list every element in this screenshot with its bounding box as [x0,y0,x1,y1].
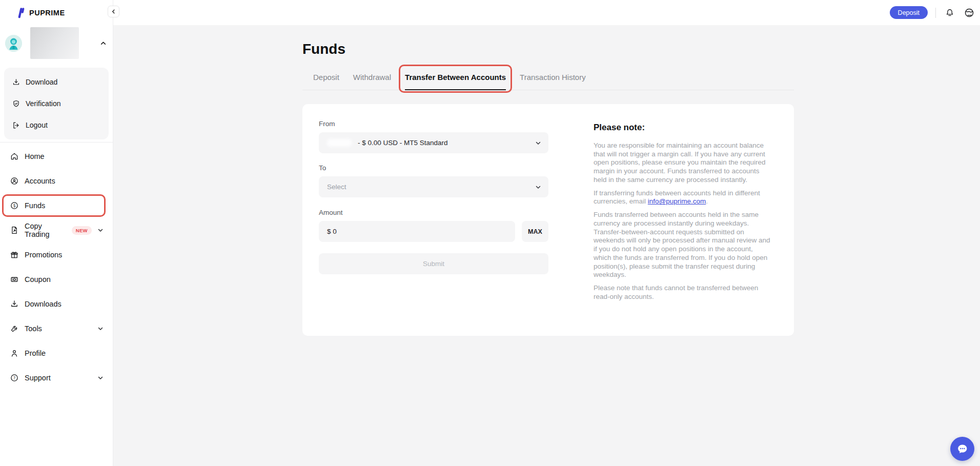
from-select[interactable]: - $ 0.00 USD - MT5 Standard [319,132,548,153]
sidebar-item-label: Promotions [25,251,62,259]
to-label: To [319,164,548,172]
sidebar-item-support[interactable]: ? Support [0,366,113,390]
note-paragraph: You are responsible for maintaining an a… [594,141,770,185]
language-button[interactable] [964,7,975,18]
sidebar-item-accounts[interactable]: Accounts [0,169,113,193]
amount-row: MAX [319,221,548,242]
chevron-down-icon [535,184,541,190]
chevron-down-icon [97,326,104,332]
svg-text:$: $ [13,203,15,208]
note-title: Please note: [594,123,770,133]
transfer-form: From - $ 0.00 USD - MT5 Standard To Sele… [319,120,548,315]
transfer-card: From - $ 0.00 USD - MT5 Standard To Sele… [302,104,794,336]
sidebar-item-tools[interactable]: Tools [0,316,113,341]
sidebar-item-label: Coupon [25,275,51,283]
download-icon [12,78,21,87]
note-text: . [706,197,708,205]
redacted-username [30,27,79,59]
chevron-up-icon [100,40,107,47]
brand-logo[interactable]: PUPRIME [0,0,113,18]
profile-icon [10,349,19,358]
sidebar-item-label: Tools [25,325,42,333]
copy-trading-icon [10,226,19,235]
sidebar-item-home[interactable]: Home [0,144,113,169]
tab-transfer-between-accounts[interactable]: Transfer Between Accounts [405,73,506,90]
sidebar-item-profile[interactable]: Profile [0,341,113,366]
sidebar-item-label: Funds [25,201,45,210]
promotions-icon [10,250,19,259]
support-email-link[interactable]: info@puprime.com [648,197,706,205]
brand-name: PUPRIME [29,9,65,17]
coupon-icon [10,275,19,284]
tab-deposit[interactable]: Deposit [313,73,339,90]
account-menu: Download Verification Logout [4,68,109,139]
chevron-down-icon [97,375,104,381]
sidebar-item-label: Profile [25,349,46,357]
from-select-value: - $ 0.00 USD - MT5 Standard [358,139,448,147]
menu-item-label: Verification [26,99,60,108]
sidebar: PUPRIME Download Verif [0,0,113,466]
new-badge: NEW [72,226,92,235]
tabs: Deposit Withdrawal Transfer Between Acco… [302,73,794,90]
sidebar-item-promotions[interactable]: Promotions [0,242,113,267]
live-chat-button[interactable] [950,437,974,461]
globe-icon [964,7,975,18]
sidebar-item-label: Support [25,374,51,382]
sidebar-nav: Home Accounts $ Funds Copy Trading NEW [0,144,113,390]
shield-check-icon [12,99,21,108]
sidebar-item-funds[interactable]: $ Funds [0,193,113,218]
notifications-button[interactable] [945,8,955,18]
amount-label: Amount [319,209,548,216]
sidebar-item-copy-trading[interactable]: Copy Trading NEW [0,218,113,242]
chevron-down-icon [97,227,104,233]
svg-text:?: ? [13,376,15,380]
menu-item-label: Logout [26,121,48,129]
puprime-logo-icon [15,7,26,18]
menu-item-verification[interactable]: Verification [4,93,109,114]
page-title: Funds [302,41,980,57]
content: Funds Deposit Withdrawal Transfer Betwee… [113,41,980,336]
tools-icon [10,324,19,333]
profile-row[interactable] [5,27,107,59]
tab-withdrawal[interactable]: Withdrawal [353,73,391,90]
sidebar-item-label: Accounts [25,177,55,185]
downloads-icon [10,299,19,309]
from-label: From [319,120,548,128]
home-icon [10,152,19,161]
logout-icon [12,121,21,130]
sidebar-item-label: Copy Trading [25,222,63,238]
chevron-down-icon [535,140,541,146]
support-icon: ? [10,373,19,382]
note-paragraph: Funds transferred between accounts held … [594,211,770,279]
deposit-button[interactable]: Deposit [890,6,928,19]
sidebar-collapse-button[interactable] [108,6,119,17]
submit-button[interactable]: Submit [319,253,548,274]
avatar [5,35,22,52]
menu-item-label: Download [26,78,57,86]
tab-label: Transfer Between Accounts [405,73,506,82]
tab-transaction-history[interactable]: Transaction History [520,73,586,90]
note-paragraph: Please note that funds cannot be transfe… [594,284,770,301]
max-button[interactable]: MAX [522,221,548,242]
redacted-account-number [327,139,352,147]
amount-input[interactable] [319,221,515,242]
sidebar-divider [0,142,113,143]
topbar-divider [935,8,936,18]
topbar: Deposit [113,0,980,25]
sidebar-item-label: Downloads [25,300,62,308]
note-paragraph: If transferring funds between accounts h… [594,189,770,206]
chevron-left-icon [111,9,116,14]
menu-item-download[interactable]: Download [4,71,109,93]
main-area: Deposit Funds Deposit Withdrawal Transfe… [113,0,980,336]
to-select-placeholder: Select [327,183,346,191]
to-select[interactable]: Select [319,176,548,197]
chat-icon [956,442,969,456]
accounts-icon [10,176,19,186]
sidebar-item-coupon[interactable]: Coupon [0,267,113,292]
funds-icon: $ [10,201,19,210]
menu-item-logout[interactable]: Logout [4,114,109,136]
note-panel: Please note: You are responsible for mai… [594,120,770,315]
sidebar-item-label: Home [25,152,45,160]
sidebar-item-downloads[interactable]: Downloads [0,292,113,316]
bell-icon [945,8,955,18]
